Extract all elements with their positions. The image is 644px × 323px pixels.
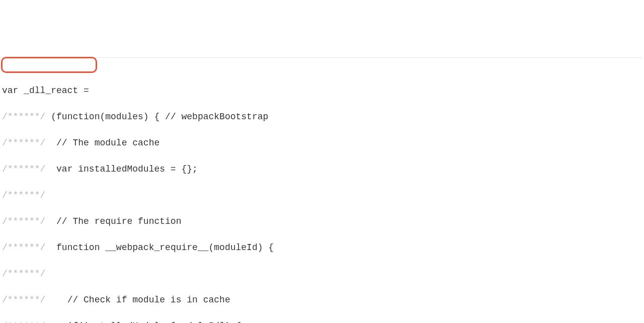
code-token	[45, 243, 56, 253]
code-token: /******/	[2, 295, 45, 305]
code-line: /******/	[2, 267, 642, 280]
code-token: // webpackBootstrap	[165, 112, 268, 122]
code-token	[45, 164, 56, 174]
code-line: /******/ // The require function	[2, 215, 642, 228]
code-token: // The require function	[45, 216, 181, 226]
code-token: /******/	[2, 164, 45, 174]
code-token: var	[2, 86, 18, 96]
code-line: /******/ (function(modules) { // webpack…	[2, 110, 642, 123]
code-token: function	[56, 243, 100, 253]
code-token: /******/	[2, 216, 45, 226]
code-token: /******/	[2, 190, 45, 200]
code-token: /******/	[2, 321, 45, 323]
code-token: /******/	[2, 243, 45, 253]
code-token: function	[56, 112, 100, 122]
code-token: (installedModules[moduleId]) {	[78, 321, 241, 323]
code-token: /******/	[2, 138, 45, 148]
code-line: /******/ if(installedModules[moduleId]) …	[2, 319, 642, 323]
code-line: /******/ // The module cache	[2, 136, 642, 149]
code-token: (	[45, 112, 56, 122]
code-line: /******/ function __webpack_require__(mo…	[2, 241, 642, 254]
highlight-annotation: var _dll_react =	[1, 57, 97, 73]
code-token: var	[56, 164, 72, 174]
code-line: /******/ // Check if module is in cache	[2, 293, 642, 306]
code-line: var _dll_react =	[2, 84, 642, 97]
code-editor[interactable]: var _dll_react = var _dll_react = /*****…	[2, 57, 642, 323]
code-token: (modules) {	[100, 112, 165, 122]
code-token: _dll_react =	[18, 86, 89, 96]
code-token	[45, 321, 67, 323]
code-token: __webpack_require__(moduleId) {	[100, 243, 274, 253]
code-token: /******/	[2, 269, 45, 279]
code-token: // Check if module is in cache	[45, 295, 230, 305]
code-line: /******/	[2, 189, 642, 202]
code-token: // The module cache	[45, 138, 159, 148]
code-token: /******/	[2, 112, 45, 122]
code-token: installedModules = {};	[72, 164, 197, 174]
code-token: if	[67, 321, 78, 323]
code-line: /******/ var installedModules = {};	[2, 163, 642, 176]
